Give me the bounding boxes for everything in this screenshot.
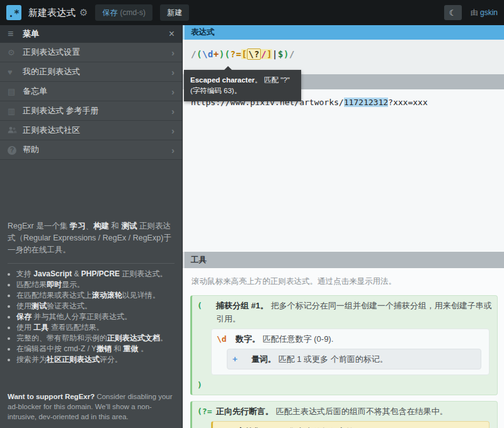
- by-label: 由: [471, 8, 480, 17]
- menu-title: 菜单: [23, 28, 169, 40]
- community-icon: [8, 126, 23, 135]
- feature-item: 支持 JavaScript & PHP/PCRE 正则表达式。: [16, 269, 176, 279]
- sidebar-item-reference[interactable]: ▥ 正则表达式 参考手册 ›: [0, 101, 182, 121]
- app-description: RegExr 是一个集 学习、构建 和 测试 正则表达式（Regular Exp…: [8, 220, 175, 256]
- main-panel: 表达式 /(\d+)(?=[\?/]|$)/ 文本 https://www.pi…: [183, 25, 504, 428]
- chevron-right-icon: ›: [171, 145, 175, 155]
- text-after-match: ?xxx=xxx: [388, 98, 428, 107]
- new-label: 新建: [167, 8, 182, 18]
- token-group-open: (: [197, 299, 216, 325]
- regex-lookahead-open[interactable]: (: [225, 49, 231, 59]
- explain-text: 正向先行断言。 匹配主表达式后面的组而不将其包含在结果中。: [216, 405, 448, 418]
- save-label: 保存: [102, 8, 117, 18]
- token-charset-open: [: [218, 425, 237, 428]
- sidebar-item-community[interactable]: 正则表达式社区 ›: [0, 121, 182, 140]
- sidebar-item-label: 正则表达式社区: [23, 125, 171, 136]
- pattern-title[interactable]: 新建表达式: [28, 7, 76, 19]
- explain-row-lookahead[interactable]: (?= 正向先行断言。 匹配主表达式后面的组而不将其包含在结果中。: [197, 405, 492, 418]
- regex-quantifier[interactable]: +: [214, 49, 219, 59]
- regex-lookahead-op[interactable]: ?=: [231, 49, 242, 59]
- sidebar-item-label: 备忘单: [23, 86, 171, 97]
- reference-book-icon: ▥: [8, 106, 23, 116]
- regex-anchor-end[interactable]: $: [278, 49, 284, 59]
- chevron-right-icon: ›: [171, 47, 175, 58]
- explain-row-digit[interactable]: \d 数字。 匹配任意数字 (0-9).: [217, 332, 484, 346]
- sidebar-item-settings[interactable]: ⚙ 正则表达式设置 ›: [0, 43, 182, 62]
- feature-item: 保存 并与其他人分享正则表达式。: [16, 312, 176, 322]
- token-lookahead: (?=: [197, 405, 216, 418]
- sidebar-item-label: 正则表达式 参考手册: [23, 105, 171, 116]
- chevron-right-icon: ›: [171, 125, 175, 136]
- explain-group-box: ( 捕获分组 #1。 把多个标记分在同一组并创建一个捕获分组，用来创建子串或引用…: [190, 295, 498, 395]
- sidebar-item-label: 帮助: [23, 144, 171, 155]
- regex-set-open[interactable]: [: [241, 49, 247, 59]
- explain-quantifier-box: + 量词。 匹配 1 或更多 个前面的标记。: [227, 349, 481, 369]
- explain-lookahead-box: (?= 正向先行断言。 匹配主表达式后面的组而不将其包含在结果中。 [ 字符集。…: [190, 401, 498, 428]
- feature-item: 完整的、带有帮助和示例的正则表达式文档。: [16, 333, 176, 344]
- moon-icon: ☾: [449, 8, 457, 18]
- regex-set-close[interactable]: ]: [266, 49, 272, 59]
- feature-item: 在匹配结果或表达式上滚动滚轮以见详情。: [16, 290, 176, 301]
- explain-row-group-close[interactable]: ): [197, 378, 492, 391]
- token-quantifier: +: [232, 352, 251, 366]
- explain-text: 字符集。 匹配集合中的任何字符。: [237, 425, 362, 428]
- explain-row-group-open[interactable]: ( 捕获分组 #1。 把多个标记分在同一组并创建一个捕获分组，用来创建子串或引用…: [197, 299, 492, 325]
- regex-lookahead-close[interactable]: ): [284, 49, 289, 59]
- sidebar-divider: [8, 263, 175, 264]
- sidebar-item-label: 正则表达式设置: [23, 47, 171, 58]
- feature-item: 匹配结果即时显示。: [16, 279, 176, 290]
- menu-sidebar: ≡ 菜单 × ⚙ 正则表达式设置 › ♥ 我的正则表达式 › ▤ 备忘单 › ▥…: [0, 25, 183, 428]
- byline: 由 gskin: [471, 8, 498, 18]
- feature-item: 搜索并为社区正则表达式评分。: [16, 354, 176, 365]
- explain-charset-box: [ 字符集。 匹配集合中的任何字符。 \? Escaped character。…: [211, 421, 490, 428]
- menu-list-icon: ≡: [8, 28, 23, 40]
- gskinner-link[interactable]: gskin: [480, 8, 498, 17]
- regex-set-slash[interactable]: /: [261, 49, 266, 59]
- expression-section-header: 表达式: [183, 25, 504, 40]
- sidebar-item-my-patterns[interactable]: ♥ 我的正则表达式 ›: [0, 62, 182, 82]
- chevron-right-icon: ›: [171, 67, 175, 77]
- gear-icon: ⚙: [8, 48, 23, 57]
- chevron-right-icon: ›: [171, 106, 175, 116]
- regex-group-open[interactable]: (: [197, 49, 202, 59]
- regex-delimiter: /: [191, 49, 197, 59]
- regex-delimiter: /: [289, 49, 295, 59]
- feature-item: 使用测试验证表达式。: [16, 301, 176, 312]
- explain-row-quantifier[interactable]: + 量词。 匹配 1 或更多 个前面的标记。: [232, 352, 476, 366]
- test-text-input[interactable]: https://www.pixiv.net/artworks/117212312…: [183, 89, 504, 252]
- menu-header: ≡ 菜单 ×: [0, 25, 182, 43]
- regexr-logo-icon[interactable]: .*: [6, 5, 21, 20]
- sidebar-item-cheatsheet[interactable]: ▤ 备忘单 ›: [0, 82, 182, 101]
- token-tooltip: Escaped character。 匹配 "?" (字符编码 63)。: [184, 70, 301, 101]
- explain-digit-box: \d 数字。 匹配任意数字 (0-9). + 量词。 匹配 1 或更多 个前面的…: [211, 329, 490, 375]
- explain-text: 捕获分组 #1。 把多个标记分在同一组并创建一个捕获分组，用来创建子串或引用。: [216, 299, 492, 325]
- token-group-close: ): [197, 378, 216, 391]
- regex-group-close[interactable]: ): [219, 49, 225, 59]
- regexr-app: .* 新建表达式 ⚙ 保存 (cmd-s) 新建 ☾ 由 gskin ≡ 菜单 …: [0, 0, 504, 428]
- save-button[interactable]: 保存 (cmd-s): [95, 4, 152, 21]
- close-icon[interactable]: ×: [169, 29, 175, 39]
- tools-section-header: 工具: [183, 252, 504, 268]
- token-digit-class: \d: [217, 332, 236, 346]
- sidebar-item-label: 我的正则表达式: [23, 66, 171, 77]
- help-icon: ?: [8, 145, 23, 155]
- explain-row-charset[interactable]: [ 字符集。 匹配集合中的任何字符。: [218, 425, 484, 428]
- heart-icon: ♥: [8, 67, 23, 77]
- explain-panel: 滚动鼠标来高亮上方的正则表达式。通过点击来显示用法。 ( 捕获分组 #1。 把多…: [183, 268, 504, 428]
- dark-mode-toggle[interactable]: ☾: [444, 5, 462, 20]
- cheatsheet-icon: ▤: [8, 87, 23, 96]
- chevron-right-icon: ›: [171, 86, 175, 97]
- pattern-settings-gear-icon[interactable]: ⚙: [79, 7, 88, 18]
- regex-digit-class[interactable]: \d: [202, 49, 214, 59]
- ad-blocker-notice: Want to support RegExr? Consider disabli…: [0, 391, 182, 428]
- explain-hint: 滚动鼠标来高亮上方的正则表达式。通过点击来显示用法。: [192, 276, 498, 287]
- regex-escaped-question-hovered[interactable]: \?: [247, 48, 261, 60]
- new-button[interactable]: 新建: [160, 4, 189, 21]
- regex-alternation[interactable]: |: [272, 49, 278, 59]
- match-highlight[interactable]: 117212312: [344, 98, 388, 107]
- sidebar-item-help[interactable]: ? 帮助 ›: [0, 140, 182, 160]
- save-shortcut: (cmd-s): [120, 8, 146, 17]
- feature-item: 使用 工具 查看匹配结果。: [16, 322, 176, 333]
- feature-list: 支持 JavaScript & PHP/PCRE 正则表达式。 匹配结果即时显示…: [0, 269, 182, 365]
- explain-text: 数字。 匹配任意数字 (0-9).: [236, 332, 333, 346]
